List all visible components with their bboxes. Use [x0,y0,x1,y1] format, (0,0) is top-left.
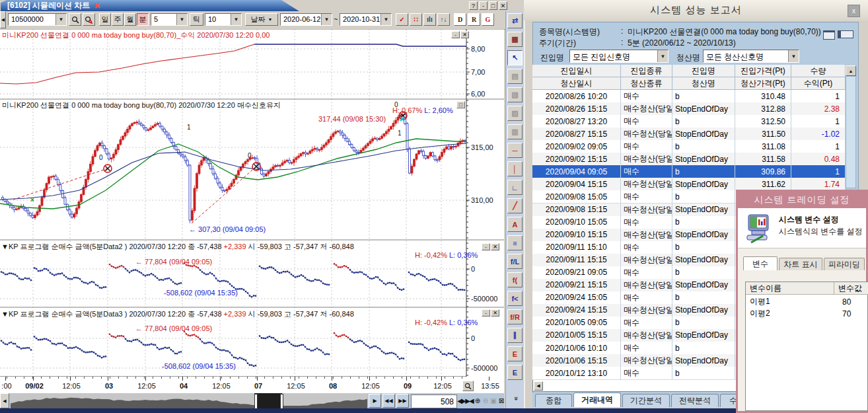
nav-scroll-left-icon[interactable]: ◀ [0,393,9,408]
fibo-line-icon[interactable]: f/L [507,254,523,269]
chart-tab-close-icon[interactable]: ✕ [94,1,100,11]
selection-handle-left[interactable] [254,394,258,409]
minute-combo[interactable]: 5▼ [151,13,188,26]
chevron-down-icon[interactable]: ▼ [176,14,187,25]
fibo-fan-icon[interactable]: f< [507,291,523,306]
chevron-down-icon[interactable]: ▼ [657,50,668,62]
grid-icon[interactable]: ▦ [507,32,523,47]
angle-line-icon[interactable]: ∟ [507,180,523,195]
new-doc-icon[interactable]: D [454,13,466,26]
selection-handle-right[interactable] [280,394,283,409]
dialog-tab-3[interactable]: 피라미딩 [824,258,865,270]
refresh-icon[interactable]: ⇄ [507,13,523,28]
date-to-combo[interactable]: 2020-10-31▼ [340,13,392,26]
multi-lines-icon[interactable]: ≡ [507,235,523,250]
report-tab-1[interactable]: 종합 [535,394,572,407]
vline-tool-icon[interactable]: │ [507,161,523,176]
scroll-left-icon[interactable]: ◀ [534,381,543,391]
g-replay-icon[interactable]: G [482,13,494,26]
date-from-combo[interactable]: 2020-06-12▼ [280,13,332,26]
nav-zoom-icon[interactable]: ▶◀ [465,395,473,406]
table-row[interactable]: 2020/08/26 10:20매수b310.481 [532,90,846,103]
column-header[interactable]: 청산일시 [532,77,621,90]
nav-button[interactable]: ◀◀ [382,394,395,408]
minimize-button[interactable]: - [479,1,488,10]
nav-zoom-icon[interactable]: ⊕ [473,395,481,406]
column-header[interactable]: 수익(Pt) [791,77,846,90]
tick-count-combo[interactable]: 10▼ [205,13,242,26]
column-header[interactable]: 진입가격(Pt) [735,65,791,77]
fibo-arc-icon[interactable]: f( [507,272,523,287]
text-tool-icon[interactable]: A [507,217,523,232]
column-header[interactable]: 청산가격(Pt) [735,77,791,90]
axis-zoom-icon[interactable] [462,381,474,391]
table-row[interactable]: 2020/09/02 09:05매수b311.081 [532,140,846,153]
scroll-up-icon[interactable]: ▲ [846,65,856,76]
symbol-code-combo[interactable]: 10500000▼ [8,13,67,26]
chart-navigator[interactable]: ◀▶◀◀▶▶◀▶▶◀⊕⊖▣⊠ [0,393,504,408]
dialog-tab-1[interactable]: 변수 [743,256,778,270]
table-vscrollbar[interactable] [846,76,856,188]
chevron-down-icon[interactable]: ▼ [55,14,66,25]
period-button-일[interactable]: 일 [99,13,111,26]
chevron-down-icon[interactable]: ▼ [788,50,799,62]
panel-minmax-icon[interactable]: - [482,243,490,250]
period-button-주[interactable]: 주 [112,13,124,26]
cursor-icon[interactable]: ↖ [507,50,523,65]
elliott-wave2-icon[interactable]: E [507,365,523,380]
replay-icon[interactable]: R [468,13,480,26]
chevron-down-icon[interactable]: ▼ [380,14,391,25]
tick-button[interactable]: 틱 [190,13,203,26]
sort-updown-icon[interactable]: ↑↓ [437,13,450,26]
report-tab-2[interactable]: 거래내역 [573,393,621,407]
column-header[interactable]: 청산명 [672,77,735,90]
help-button[interactable]: ? [469,1,478,10]
column-header[interactable]: 수량 [791,65,846,77]
chevron-down-icon[interactable]: ▼ [231,14,241,25]
search-back-icon[interactable] [83,13,95,26]
bar-count-input[interactable] [411,394,457,408]
panel-minmax-icon[interactable]: - [451,31,460,38]
search-icon[interactable] [69,13,81,26]
column-header[interactable]: 진입명 [672,65,735,77]
grid-header[interactable]: 변수값 [834,282,868,295]
nav-zoom-icon[interactable]: ◀▶ [457,395,465,406]
window-layout2-icon[interactable] [838,30,853,38]
chart-tab[interactable]: [6102] 시뮬레이션 차트 ✕ [1,0,299,11]
toolbar-scroll-left-icon[interactable]: ◀ [0,11,6,28]
table-row[interactable]: 2020/09/02 15:15매수청산(당일StopEndOfDay311.5… [532,153,846,166]
period-button-월[interactable]: 월 [124,13,136,26]
period-button-분[interactable]: 분 [137,13,149,26]
column-header[interactable]: 청산종류 [621,77,672,90]
report-tab-3[interactable]: 기간분석 [622,394,670,407]
column-header[interactable]: 진입종류 [621,65,672,77]
dialog-title[interactable]: 시스템 트레이딩 설정 [738,192,866,208]
panel-close-icon[interactable]: ✕ [491,243,499,250]
grid-header[interactable]: 변수이름 [746,282,834,295]
hline-tool-icon[interactable]: ─ [507,143,523,158]
column-header[interactable]: 진입일시 [532,65,621,77]
fibo-ratio-icon[interactable]: f/R [507,309,523,324]
table-row[interactable]: 2020/08/26 15:15매수청산(당일StopEndOfDay312.8… [532,102,846,116]
panel-minmax-icon[interactable]: - [482,309,490,317]
elliott-wave-icon[interactable]: E [507,346,523,361]
parallel-lines-icon[interactable]: ∥ [507,328,523,343]
signal-check-icon[interactable]: ✓ [396,13,408,26]
dialog-tab-2[interactable]: 차트 표시 [779,258,822,270]
trendline-tool-icon[interactable]: ╱ [507,198,523,213]
window-layout-icon[interactable] [823,30,835,40]
maximize-button[interactable]: □ [489,1,497,10]
volume-bars-icon[interactable]: ılı [423,13,436,26]
navigator-map[interactable] [11,393,367,408]
report-close-icon[interactable]: x [848,5,860,17]
table-row[interactable]: 2020/09/04 09:05매수b309.861 [532,165,846,178]
nav-zoom-icon[interactable]: ⊠ [497,395,505,406]
nav-button[interactable]: ▶▶ [396,394,409,408]
panel-close-icon[interactable]: ✕ [491,309,499,317]
table-row[interactable]: 2020/08/27 15:15매수청산(당일StopEndOfDay311.5… [532,128,846,141]
more-tools-icon[interactable]: » [511,396,521,406]
date-mode-combo[interactable]: 날짜▼ [245,13,278,26]
table-row[interactable]: 2020/08/27 13:20매수b312.501 [532,115,846,128]
exit-filter-combo[interactable]: 모든 청산신호명▼ [703,50,799,63]
dot-pattern-icon[interactable]: ∷ [410,13,422,26]
